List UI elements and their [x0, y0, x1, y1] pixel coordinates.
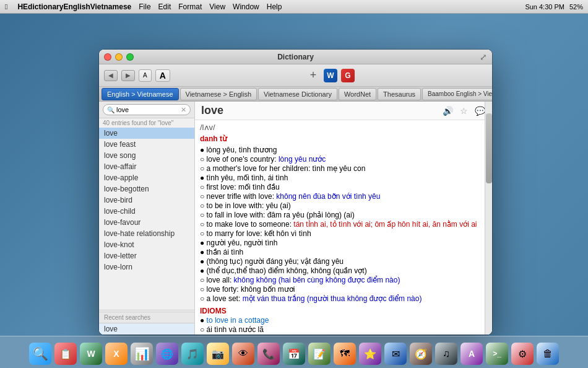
menubar:  HEdictionaryEnglishVietnamese File Edi…: [0, 0, 588, 14]
list-item[interactable]: love-apple: [99, 172, 194, 183]
entry-line: ○ to marry for love: kết hôn vì tình: [200, 229, 486, 238]
menu-file[interactable]: File: [139, 2, 150, 11]
tab-baamboo[interactable]: Baamboo English > Vietnamese: [422, 88, 492, 100]
tab-vietnamese-dictionary[interactable]: Vietnamese Dictionary: [258, 88, 337, 100]
dock-item[interactable]: 📊: [130, 342, 153, 366]
search-clear-button[interactable]: ✕: [181, 106, 186, 114]
dock-item[interactable]: 🗺: [333, 342, 357, 366]
menu-window[interactable]: Window: [233, 2, 259, 11]
toolbar: ◀ ▶ A A + W G: [99, 64, 492, 87]
list-item[interactable]: love-hate relationship: [99, 228, 194, 239]
dock-item[interactable]: ♫: [435, 342, 458, 366]
w-icon[interactable]: W: [324, 69, 337, 82]
entry-line: ○ a love set: một ván thua trắng (người …: [200, 294, 486, 303]
audio-icon[interactable]: 🔊: [441, 105, 454, 117]
dock-item[interactable]: X: [105, 342, 128, 366]
word-item-love[interactable]: love: [99, 128, 194, 139]
font-large-button[interactable]: A: [155, 69, 170, 82]
search-icon: 🔍: [107, 107, 115, 113]
list-item[interactable]: love-favour: [99, 217, 194, 228]
entry-line: ○ to fall in love with: đâm ra yêu (phải…: [200, 211, 486, 219]
menu-format[interactable]: Format: [178, 2, 202, 11]
dock-item[interactable]: 📝: [308, 342, 331, 366]
entry-line: ● tình yêu, mối tình, ái tình: [200, 173, 486, 182]
sidebar-divider: [99, 310, 194, 310]
list-item[interactable]: love-affair: [99, 161, 194, 172]
menubar-left:  HEdictionaryEnglishVietnamese File Edi…: [5, 2, 525, 11]
dict-body: /lʌv/ danh từ ● lòng yêu, tình thương ○ …: [195, 120, 492, 335]
zoom-icon[interactable]: ⤢: [480, 52, 487, 62]
menubar-time: Sun 4:30 PM: [525, 3, 564, 11]
entry-line: ○ a mother's love for her children: tình…: [200, 164, 486, 173]
scrollbar-thumb: [486, 113, 492, 183]
menu-help[interactable]: Help: [267, 2, 282, 11]
entry-line: ● (thông tục) người đáng yêu; vật đáng y…: [200, 257, 486, 266]
dock-item[interactable]: 🌐: [155, 342, 179, 366]
list-item[interactable]: love-begotten: [99, 183, 194, 195]
recent-item-love[interactable]: love: [99, 323, 194, 335]
entries-count: 40 entries found for "love": [99, 118, 194, 128]
app-name[interactable]: HEdictionaryEnglishVietnamese: [17, 2, 131, 11]
list-item[interactable]: love song: [99, 150, 194, 161]
entry-line: ○ to be in love with: yêu (ai): [200, 201, 486, 210]
dock-item[interactable]: >_: [485, 342, 509, 366]
minimize-button[interactable]: [115, 53, 123, 61]
window-title: Dictionary: [277, 53, 314, 61]
dict-headword: love: [201, 104, 441, 117]
scrollbar[interactable]: [485, 102, 492, 335]
titlebar: Dictionary ⤢: [99, 50, 492, 64]
dock-item[interactable]: ⭐: [358, 342, 382, 366]
dock-item[interactable]: 📷: [206, 342, 230, 366]
menu-edit[interactable]: Edit: [158, 2, 171, 11]
g-icon[interactable]: G: [341, 69, 355, 82]
tab-english-vietnamese[interactable]: English > Vietnamese: [102, 88, 179, 100]
menu-view[interactable]: View: [209, 2, 225, 11]
maximize-button[interactable]: [126, 53, 134, 61]
dock-item[interactable]: W: [79, 342, 103, 366]
list-item[interactable]: love-lorn: [99, 261, 194, 273]
dock-item[interactable]: A: [460, 342, 483, 366]
dock-item[interactable]: 🧭: [409, 342, 433, 366]
entry-line: ● lòng yêu, tình thương: [200, 146, 486, 154]
dock: 🔍 📋 W X 📊 🌐 🎵 📷 👁 📞 📅 📝 🗺 ⭐ ✉ 🧭 ♫ A >_ ⚙…: [0, 336, 588, 368]
dock-item[interactable]: 📞: [257, 342, 280, 366]
tabbar: English > Vietnamese Vietnamese > Englis…: [99, 87, 492, 102]
entry-line: ● (thể dục,thể thao) điểm không, không (…: [200, 266, 486, 275]
window-controls: [104, 53, 134, 61]
dock-item-finder[interactable]: 🔍: [28, 342, 52, 366]
dict-header-icons: 🔊 ☆ 💬: [441, 105, 486, 117]
tab-thesaurus[interactable]: Thesaurus: [378, 88, 421, 100]
dict-header: love 🔊 ☆ 💬: [195, 102, 492, 120]
apple-menu[interactable]: : [5, 2, 7, 11]
list-item[interactable]: love-bird: [99, 195, 194, 206]
idiom-link[interactable]: to love in a cottage: [207, 316, 269, 325]
add-icon[interactable]: +: [306, 69, 320, 82]
entry-line: ● người yêu, người tình: [200, 239, 486, 247]
dock-item-trash[interactable]: 🗑: [536, 342, 560, 366]
sidebar-search-input[interactable]: [116, 106, 179, 113]
recent-searches-label: Recent searches: [99, 312, 194, 323]
close-button[interactable]: [104, 53, 111, 61]
chat-icon[interactable]: 💬: [473, 105, 486, 117]
tab-wordnet[interactable]: WordNet: [339, 88, 376, 100]
list-item[interactable]: love-knot: [99, 239, 194, 250]
desktop: Dictionary ⤢ ◀ ▶ A A + W G English > Vie…: [0, 14, 588, 336]
main-content: 🔍 ✕ 40 entries found for "love" love lov…: [99, 102, 492, 335]
star-icon[interactable]: ☆: [457, 105, 470, 117]
dock-item-settings[interactable]: ⚙: [511, 342, 534, 366]
forward-button[interactable]: ▶: [121, 70, 135, 81]
pos-label: danh từ: [200, 134, 486, 143]
tab-vietnamese-english[interactable]: Vietnamese > English: [180, 88, 257, 100]
dock-item[interactable]: 👁: [231, 342, 255, 366]
dictionary-window: Dictionary ⤢ ◀ ▶ A A + W G English > Vie…: [99, 50, 492, 335]
font-small-button[interactable]: A: [139, 69, 152, 82]
dock-item[interactable]: 🎵: [181, 342, 204, 366]
phonetic: /lʌv/: [200, 123, 486, 132]
list-item[interactable]: love-child: [99, 206, 194, 217]
dock-item[interactable]: 📅: [282, 342, 306, 366]
list-item[interactable]: love feast: [99, 139, 194, 150]
list-item[interactable]: love-letter: [99, 250, 194, 261]
dock-item[interactable]: 📋: [54, 342, 77, 366]
dock-item[interactable]: ✉: [384, 342, 407, 366]
back-button[interactable]: ◀: [104, 70, 118, 81]
